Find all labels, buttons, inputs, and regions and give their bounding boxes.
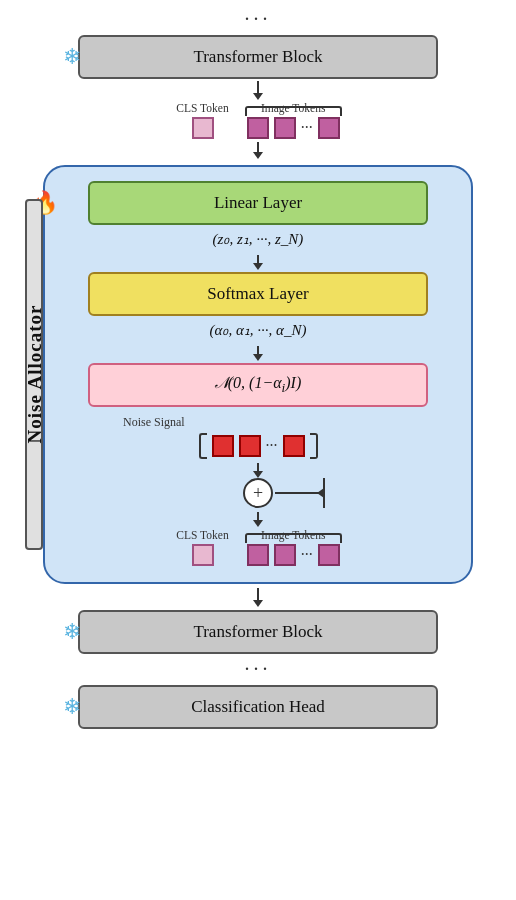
noise-allocator-label: Noise Allocator [23,305,45,444]
linear-layer-box: Linear Layer [88,181,428,225]
noise-token-2 [239,435,261,457]
cls-token-group-top: CLS Token [176,102,228,139]
cls-token-label-top: CLS Token [176,102,228,114]
arrow-from-plus [253,512,263,527]
cls-token-box-bottom [192,544,214,566]
noise-signal-label: Noise Signal [123,415,185,430]
cls-token-group-bottom: CLS Token [176,529,228,566]
arrow-from-allocator [253,588,263,607]
noise-allocator-sidebar: Noise Allocator [25,199,43,551]
top-dots: ··· [245,8,272,31]
image-token-1-bottom [247,544,269,566]
arrow-after-top-transformer [253,81,263,100]
image-token-2-bottom [274,544,296,566]
bottom-transformer-block: Transformer Block [78,610,438,654]
noise-token-3 [283,435,305,457]
image-token-3-top [318,117,340,139]
arrow-to-plus [253,463,263,478]
plus-circle: + [243,478,273,508]
image-token-dots-bottom: ··· [301,546,313,564]
image-token-3-bottom [318,544,340,566]
noise-token-dots: ··· [266,437,278,455]
snowflake-classification: ❄ [63,694,81,720]
z-expression: (z₀, z₁, ···, z_N) [213,230,304,248]
snowflake-bottom: ❄ [63,619,81,645]
cls-token-label-bottom: CLS Token [176,529,228,541]
top-transformer-block: Transformer Block [78,35,438,79]
arrow-to-noise-allocator [253,142,263,159]
noise-bracket-right [310,433,318,459]
noise-bracket-left [199,433,207,459]
snowflake-top: ❄ [63,44,81,70]
noise-token-1 [212,435,234,457]
diagram: ··· ❄ Transformer Block CLS Token Image … [0,0,516,900]
image-tokens-group-bottom: Image Tokens ··· [247,529,340,566]
classification-head-block: Classification Head [78,685,438,729]
middle-dots: ··· [245,658,272,681]
image-tokens-group-top: Image Tokens ··· [247,102,340,139]
image-token-dots-top: ··· [301,119,313,137]
alpha-expression: (α₀, α₁, ···, α_N) [210,321,307,339]
noise-allocator-box: 🔥 Linear Layer (z₀, z₁, ···, z_N) Softma… [43,165,473,584]
image-token-1-top [247,117,269,139]
noise-dist-formula: 𝒩(0, (1−αi)I) [215,374,302,396]
image-token-2-top [274,117,296,139]
cls-token-box-top [192,117,214,139]
arrow-z-to-softmax [253,255,263,270]
arrow-alpha-to-noise [253,346,263,361]
noise-dist-box: 𝒩(0, (1−αi)I) [88,363,428,407]
softmax-layer-box: Softmax Layer [88,272,428,316]
